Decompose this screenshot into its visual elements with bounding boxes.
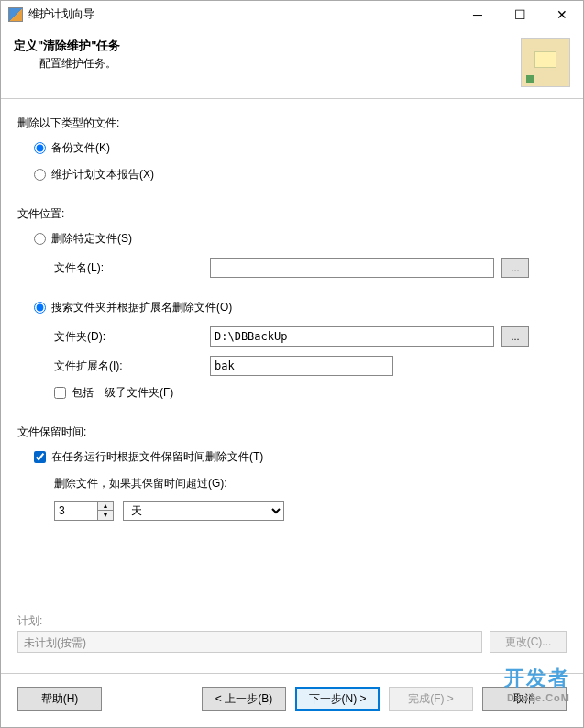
radio-search-label: 搜索文件夹并根据扩展名删除文件(O) [51, 300, 232, 315]
folder-browse-button[interactable]: ... [501, 326, 529, 347]
wizard-header: 定义"清除维护"任务 配置维护任务。 [1, 28, 583, 99]
filetype-label: 删除以下类型的文件: [17, 116, 567, 131]
page-subtitle: 配置维护任务。 [39, 56, 521, 72]
radio-backup-input[interactable] [34, 142, 46, 154]
extension-label: 文件扩展名(I): [54, 358, 210, 374]
radio-backup-files[interactable]: 备份文件(K) [34, 140, 567, 156]
next-button[interactable]: 下一步(N) > [295, 687, 380, 711]
age-threshold-label: 删除文件，如果其保留时间超过(G): [54, 476, 567, 491]
folder-field[interactable] [210, 326, 494, 347]
checkbox-subfolder-label: 包括一级子文件夹(F) [72, 385, 173, 401]
radio-report-label: 维护计划文本报告(X) [51, 167, 154, 182]
checkbox-subfolder[interactable]: 包括一级子文件夹(F) [54, 385, 567, 401]
cancel-button[interactable]: 取消 [482, 687, 567, 711]
radio-specific-file[interactable]: 删除特定文件(S) [34, 231, 567, 247]
close-button[interactable]: ✕ [541, 1, 583, 28]
filename-label: 文件名(L): [54, 260, 210, 276]
checkbox-age[interactable]: 在任务运行时根据文件保留时间删除文件(T) [34, 449, 567, 465]
folder-label: 文件夹(D): [54, 329, 210, 345]
spinner-down-icon[interactable]: ▼ [98, 511, 113, 520]
spinner-up-icon[interactable]: ▲ [98, 502, 113, 511]
checkbox-age-input[interactable] [34, 451, 46, 463]
filename-browse-button: ... [501, 258, 529, 278]
finish-button: 完成(F) > [389, 687, 473, 711]
radio-search-folder[interactable]: 搜索文件夹并根据扩展名删除文件(O) [34, 300, 567, 315]
help-button[interactable]: 帮助(H) [17, 687, 102, 711]
filename-field [210, 258, 494, 278]
extension-field[interactable] [210, 356, 393, 376]
radio-search-input[interactable] [34, 302, 46, 314]
schedule-field: 未计划(按需) [17, 631, 482, 653]
age-unit-select[interactable]: 天 [123, 501, 284, 521]
checkbox-age-label: 在任务运行时根据文件保留时间删除文件(T) [51, 449, 263, 465]
radio-specific-input[interactable] [34, 233, 46, 245]
checkbox-subfolder-input[interactable] [54, 387, 66, 399]
minimize-button[interactable]: ─ [457, 1, 499, 28]
schedule-label: 计划: [17, 613, 567, 629]
back-button[interactable]: < 上一步(B) [202, 687, 286, 711]
radio-specific-label: 删除特定文件(S) [51, 231, 132, 247]
age-section-label: 文件保留时间: [17, 425, 567, 440]
radio-backup-label: 备份文件(K) [51, 140, 110, 156]
page-title: 定义"清除维护"任务 [14, 38, 521, 54]
age-spinner[interactable]: ▲ ▼ [54, 501, 114, 521]
maximize-button[interactable]: ☐ [499, 1, 541, 28]
app-icon [8, 7, 23, 22]
age-value-field[interactable] [55, 502, 97, 520]
titlebar: 维护计划向导 ─ ☐ ✕ [1, 1, 583, 28]
wizard-icon [521, 38, 570, 87]
location-label: 文件位置: [17, 206, 567, 222]
radio-text-report[interactable]: 维护计划文本报告(X) [34, 167, 567, 182]
window-title: 维护计划向导 [28, 6, 457, 22]
schedule-change-button: 更改(C)... [490, 631, 567, 653]
radio-report-input[interactable] [34, 169, 46, 181]
